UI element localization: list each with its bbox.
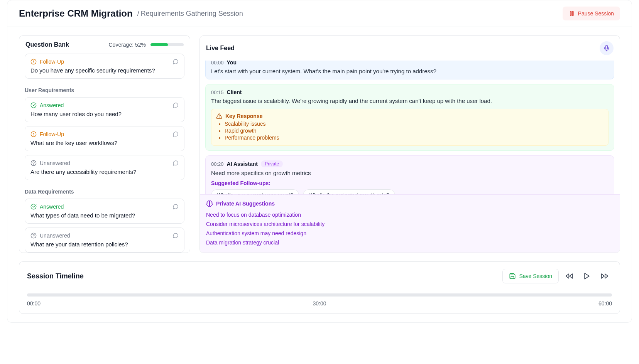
comment-icon: [172, 131, 179, 137]
pause-icon: [569, 10, 575, 17]
timeline-track[interactable]: [27, 293, 612, 297]
question-card[interactable]: Follow-Up What are the key user workflow…: [25, 126, 184, 151]
comment-icon: [172, 233, 179, 239]
question-text: What types of data need to be migrated?: [30, 212, 179, 219]
suggested-followups-label: Suggested Follow-ups:: [211, 180, 609, 186]
comment-icon: [172, 204, 179, 210]
coverage-fill: [150, 43, 168, 46]
feed-timestamp: 00:00: [211, 61, 224, 66]
question-text: What are your data retention policies?: [30, 241, 179, 248]
fast-forward-button[interactable]: [597, 269, 612, 283]
svg-rect-0: [570, 12, 571, 16]
feed-item-you: 00:00 You Let's start with your current …: [205, 61, 614, 79]
feed-message-text: The biggest issue is scalability. We're …: [211, 98, 609, 104]
feed-item-ai: 00:20 AI AssistantPrivate Need more spec…: [205, 155, 614, 194]
question-bank-title: Question Bank: [25, 41, 69, 48]
page-title: Enterprise CRM Migration: [19, 8, 133, 19]
alert-circle-icon: [30, 131, 37, 137]
live-feed-title: Live Feed: [206, 45, 235, 52]
private-ai-suggestions: Private AI Suggestions Need to focus on …: [200, 194, 620, 253]
svg-marker-16: [570, 274, 573, 278]
breadcrumb: Requirements Gathering Session: [141, 10, 243, 18]
help-circle-icon: [30, 233, 37, 239]
question-text: Do you have any specific security requir…: [30, 67, 179, 74]
private-suggestion-item[interactable]: Data migration strategy crucial: [206, 238, 614, 247]
question-card[interactable]: Answered What types of data need to be m…: [25, 199, 184, 224]
question-status: Answered: [40, 102, 169, 108]
pause-session-button[interactable]: Pause Session: [563, 7, 620, 20]
question-text: What are the key user workflows?: [30, 140, 179, 146]
private-suggestion-item[interactable]: Need to focus on database optimization: [206, 210, 614, 219]
suggestion-chip[interactable]: What's the projected growth rate?: [303, 189, 395, 194]
comment-icon: [172, 59, 179, 65]
live-feed-panel: Live Feed 00:00 You Let's start with you…: [199, 35, 620, 253]
comment-icon: [172, 160, 179, 166]
brain-icon: [206, 200, 213, 207]
question-text: How many user roles do you need?: [30, 111, 179, 117]
question-bank-panel: Question Bank Coverage: 52% Follow-Up Do…: [19, 35, 190, 253]
feed-speaker: You: [227, 61, 237, 66]
pause-session-label: Pause Session: [578, 10, 614, 17]
alert-circle-icon: [30, 59, 37, 65]
live-feed-body[interactable]: 00:00 You Let's start with your current …: [200, 61, 620, 194]
question-card[interactable]: Unanswered What are your data retention …: [25, 228, 184, 253]
feed-item-client: 00:15 Client The biggest issue is scalab…: [205, 84, 614, 151]
feed-message-text: Need more specifics on growth metrics: [211, 170, 609, 176]
question-text: Are there any accessibility requirements…: [30, 169, 179, 175]
key-response-bullet: Performance problems: [225, 135, 604, 141]
feed-speaker: AI Assistant: [227, 161, 258, 167]
key-response-bullet: Rapid growth: [225, 128, 604, 134]
svg-marker-17: [585, 273, 589, 279]
question-status: Follow-Up: [40, 131, 169, 137]
svg-marker-18: [605, 274, 608, 278]
feed-timestamp: 00:15: [211, 89, 224, 95]
suggestion-chip[interactable]: What's your current user count?: [211, 189, 299, 194]
timeline-label-mid: 30:00: [313, 300, 326, 307]
timeline-label-end: 60:00: [598, 300, 612, 307]
question-card[interactable]: Unanswered Are there any accessibility r…: [25, 155, 184, 180]
feed-message-text: Let's start with your current system. Wh…: [211, 68, 609, 74]
session-timeline-title: Session Timeline: [27, 272, 84, 280]
alert-triangle-icon: [216, 113, 222, 119]
question-card[interactable]: Answered How many user roles do you need…: [25, 97, 184, 122]
question-status: Answered: [40, 204, 169, 210]
svg-rect-1: [572, 12, 573, 16]
question-group-label: User Requirements: [25, 87, 184, 93]
key-response-bullet: Scalability issues: [225, 121, 604, 127]
feed-timestamp: 00:20: [211, 161, 224, 167]
check-circle-icon: [30, 204, 37, 210]
timeline-label-start: 00:00: [27, 300, 41, 307]
private-suggestion-item[interactable]: Consider microservices architecture for …: [206, 219, 614, 229]
check-circle-icon: [30, 102, 37, 108]
breadcrumb-separator: /: [137, 10, 139, 18]
fast-forward-icon: [601, 272, 609, 280]
private-suggestion-item[interactable]: Authentication system may need redesign: [206, 229, 614, 238]
comment-icon: [172, 102, 179, 108]
question-group-label: Data Requirements: [25, 189, 184, 195]
play-icon: [583, 272, 591, 280]
question-card[interactable]: Follow-Up Do you have any specific secur…: [25, 54, 184, 79]
microphone-icon: [603, 45, 610, 52]
coverage-label: Coverage: 52%: [108, 42, 146, 48]
coverage-bar: [150, 43, 184, 46]
feed-speaker: Client: [227, 89, 242, 95]
key-response-title: Key Response: [225, 113, 262, 119]
question-status: Unanswered: [40, 160, 169, 166]
play-button[interactable]: [580, 269, 594, 283]
save-session-button[interactable]: Save Session: [502, 269, 559, 283]
save-session-label: Save Session: [519, 273, 552, 279]
private-ai-suggestions-title: Private AI Suggestions: [216, 201, 275, 207]
rewind-button[interactable]: [562, 269, 576, 283]
svg-marker-19: [602, 274, 605, 278]
private-badge: Private: [261, 160, 283, 167]
svg-marker-15: [566, 274, 569, 278]
microphone-button[interactable]: [600, 41, 614, 55]
question-status: Follow-Up: [40, 59, 169, 65]
key-response-box: Key Response Scalability issuesRapid gro…: [211, 109, 609, 146]
help-circle-icon: [30, 160, 37, 166]
question-status: Unanswered: [40, 233, 169, 239]
question-bank-body[interactable]: Follow-Up Do you have any specific secur…: [19, 54, 190, 253]
session-timeline-panel: Session Timeline Save Session 00:00 30:0…: [19, 261, 620, 314]
rewind-icon: [565, 272, 573, 280]
save-icon: [509, 273, 516, 280]
